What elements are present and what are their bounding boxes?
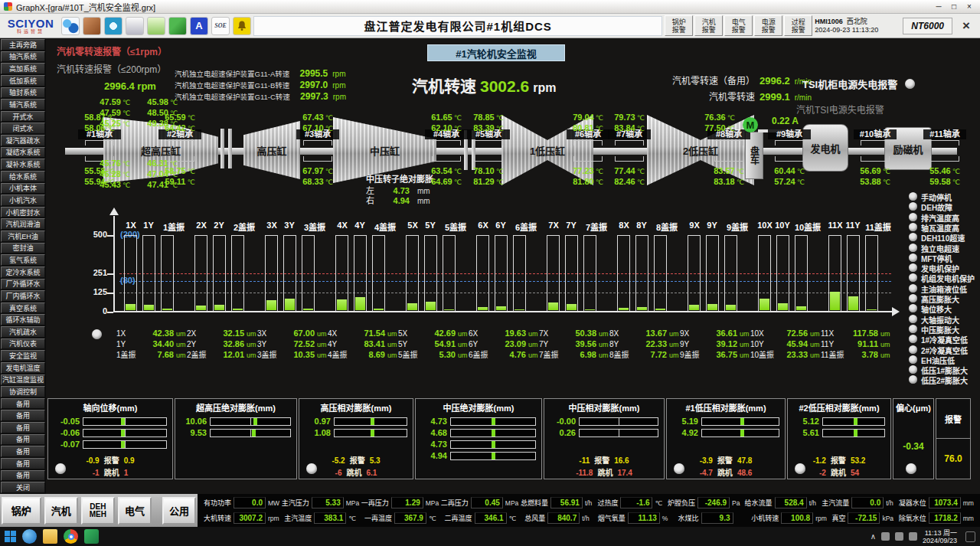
sidebar-item-6[interactable]: 辅汽系统 xyxy=(1,99,45,110)
nav-deh-meh-button[interactable]: DEHMEH xyxy=(81,497,115,525)
sidebar-item-3[interactable]: 高加系统 xyxy=(1,63,45,74)
notification-icon[interactable] xyxy=(965,531,975,542)
sidebar-item-1[interactable]: 主再旁路 xyxy=(1,39,45,51)
sidebar-item-26[interactable]: 汽机仪表 xyxy=(1,338,45,350)
tray-expand-icon[interactable]: ∧ xyxy=(871,532,876,541)
value-display: 840.7 xyxy=(547,512,580,524)
sidebar-item-11[interactable]: 凝补水系统 xyxy=(1,159,45,170)
sidebar-item-34[interactable]: 备用 xyxy=(1,434,45,446)
alarm-bell-icon[interactable] xyxy=(233,17,251,35)
sidebar-item-24[interactable]: 循环水辅助 xyxy=(1,314,45,325)
sidebar-item-33[interactable]: 备用 xyxy=(1,422,45,433)
nav-boiler-button[interactable]: 锅炉 xyxy=(2,497,41,525)
nav-turbine-button[interactable]: 汽机 xyxy=(44,497,78,525)
tags-icon[interactable] xyxy=(168,17,187,35)
vibration-bar xyxy=(654,235,667,312)
sidebar-item-15[interactable]: 小机密封水 xyxy=(1,207,45,218)
sidebar-item-14[interactable]: 小机汽水 xyxy=(1,195,45,206)
logo-subtext: 科远智慧 xyxy=(17,29,44,34)
sidebar-item-27[interactable]: 安全监视 xyxy=(1,350,45,361)
vibration-readout: 7X50.38um7Y39.56um7盖振6.98um xyxy=(539,329,612,361)
sidebar-item-2[interactable]: 抽汽系统 xyxy=(1,51,45,63)
sidebar-item-9[interactable]: 凝汽器疏水 xyxy=(1,135,45,146)
nav-common-button[interactable]: 公用 xyxy=(162,497,196,525)
panel-title: 中压相对膨胀(mm) xyxy=(546,401,662,414)
start-button[interactable] xyxy=(5,531,16,542)
chrome-icon[interactable] xyxy=(64,529,78,544)
sidebar-item-21[interactable]: 厂外循环水 xyxy=(1,279,45,290)
sidebar-item-35[interactable]: 备用 xyxy=(1,446,45,457)
gauge-bar xyxy=(701,417,779,426)
sidebar-item-8[interactable]: 闭式水 xyxy=(1,123,45,134)
gauge-row: 0.26 xyxy=(550,428,658,437)
tray-icon[interactable] xyxy=(909,532,917,541)
chart-group-label: 3X xyxy=(262,221,282,230)
clock[interactable]: 11:13 周一 2024/09/23 xyxy=(923,529,957,544)
sidebar-item-5[interactable]: 轴封系统 xyxy=(1,87,45,99)
bearing-temp-bottom: 60.44℃57.24℃ xyxy=(762,165,817,187)
minimize-button[interactable]: ─ xyxy=(932,2,946,11)
process-alarm-button[interactable]: 过程报警 xyxy=(784,15,812,36)
sidebar-item-29[interactable]: 汽缸温度监视 xyxy=(1,374,45,386)
font-icon[interactable]: A xyxy=(190,17,208,35)
palette-icon[interactable] xyxy=(83,17,101,35)
sidebar-item-36[interactable]: 备用 xyxy=(1,458,45,469)
sidebar-item-30[interactable]: 协调控制 xyxy=(1,386,45,397)
turbine-alarm-button[interactable]: 汽机报警 xyxy=(694,15,723,36)
status-field: 除氧水位1718.2mm xyxy=(899,512,974,524)
main-title: 盘江普定发电有限公司#1机组DCS xyxy=(364,18,551,34)
close-button[interactable]: × xyxy=(962,2,976,11)
sidebar-item-37[interactable]: 备用 xyxy=(1,470,45,482)
vibration-bar xyxy=(828,235,841,312)
sidebar-item-23[interactable]: 真空系统 xyxy=(1,302,45,314)
indicator-lamp xyxy=(909,325,917,333)
tray-icon[interactable] xyxy=(895,532,903,541)
vibration-bar xyxy=(776,235,789,312)
sidebar-item-32[interactable]: 备用 xyxy=(1,410,45,421)
sidebar-item-7[interactable]: 开式水 xyxy=(1,111,45,123)
status-field: 给水流量528.4t/h xyxy=(745,497,820,508)
sidebar-item-12[interactable]: 给水系统 xyxy=(1,171,45,182)
chart-tick-mark xyxy=(107,293,113,294)
sidebar-item-18[interactable]: 密封油 xyxy=(1,243,45,254)
vibration-bar xyxy=(302,235,315,312)
vibration-bar-fill xyxy=(144,305,154,310)
file-explorer-icon[interactable] xyxy=(43,529,57,544)
clock-icon[interactable] xyxy=(104,17,122,35)
electrical-alarm-button[interactable]: 电气报警 xyxy=(724,15,753,36)
sidebar-item-19[interactable]: 氢气系统 xyxy=(1,254,45,266)
tray-icon[interactable] xyxy=(881,532,890,541)
soe-icon[interactable]: SOE xyxy=(211,17,230,35)
app-shortcut-icon[interactable] xyxy=(84,529,99,544)
sidebar-item-13[interactable]: 小机本体 xyxy=(1,183,45,195)
sidebar-item-20[interactable]: 定冷水系统 xyxy=(1,266,45,278)
app-icon xyxy=(4,2,12,11)
gauge-row: 4.73 xyxy=(421,417,536,426)
power-alarm-button[interactable]: 电源报警 xyxy=(754,15,782,36)
vibration-bar xyxy=(161,235,174,312)
sidebar-item-16[interactable]: 汽机润滑油 xyxy=(1,218,45,230)
sidebar-item-17[interactable]: 汽机EH油 xyxy=(1,230,45,242)
bearing-temp-top: 79.73℃83.84℃ xyxy=(602,112,657,133)
sidebar-item-22[interactable]: 厂内循环水 xyxy=(1,290,45,302)
bearing-bracket-icon xyxy=(775,140,804,145)
sidebar-item-28[interactable]: 发电机温度 xyxy=(1,362,45,374)
boiler-alarm-button[interactable]: 锅炉报警 xyxy=(665,15,693,36)
browser-icon[interactable] xyxy=(22,529,37,544)
maximize-button[interactable]: □ xyxy=(947,2,961,11)
sidebar-item-10[interactable]: 凝结水系统 xyxy=(1,147,45,159)
link-icon[interactable] xyxy=(61,17,80,35)
sidebar-item-38[interactable]: 关闭 xyxy=(1,482,45,493)
sidebar-item-4[interactable]: 低加系统 xyxy=(1,75,45,87)
toolbar-close-icon[interactable]: × xyxy=(955,16,978,36)
gauge-bar xyxy=(579,417,658,426)
vibration-bar-fill xyxy=(848,296,858,310)
process-status-bar: 有功功率0.0MW主汽压力5.33MPa一再压力1.29MPa二再压力0.45M… xyxy=(198,494,980,527)
status-field: 总燃料量56.91t/h xyxy=(521,497,596,508)
bearing-bracket-icon xyxy=(930,156,959,162)
sidebar-item-25[interactable]: 汽机疏水 xyxy=(1,326,45,338)
mail-icon[interactable] xyxy=(147,17,165,35)
sidebar-item-31[interactable]: 备用 xyxy=(1,398,45,410)
nav-electrical-button[interactable]: 电气 xyxy=(118,497,152,525)
report-icon[interactable] xyxy=(126,17,144,35)
